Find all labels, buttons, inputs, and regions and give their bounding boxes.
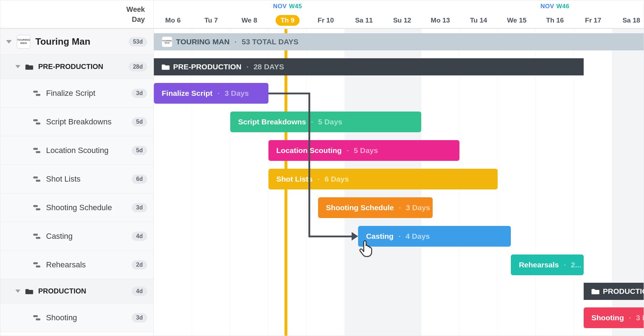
sidebar-project[interactable]: TOURINGMAN Touring Man 53d <box>0 29 154 55</box>
svg-rect-2 <box>33 119 38 121</box>
svg-rect-3 <box>36 122 40 124</box>
project-logo-icon: TOURINGMAN <box>17 35 30 49</box>
svg-rect-14 <box>33 315 38 317</box>
task-icon <box>33 262 41 268</box>
svg-rect-6 <box>33 176 38 178</box>
day-header[interactable]: Tu 7 <box>192 16 230 24</box>
timeline-header-labels: Week Day <box>0 0 154 28</box>
duration-badge: 3d <box>132 313 147 322</box>
duration-badge: 3d <box>132 203 147 212</box>
svg-rect-8 <box>33 205 38 207</box>
svg-rect-15 <box>36 318 40 320</box>
svg-rect-7 <box>36 179 40 181</box>
week-header: NOVW45 <box>154 3 421 10</box>
svg-rect-9 <box>36 208 40 210</box>
task-icon <box>33 233 41 239</box>
task-icon <box>33 204 41 211</box>
sidebar-task[interactable]: Casting 4d <box>0 222 154 251</box>
duration-badge: 53d <box>129 37 147 46</box>
task-bar[interactable]: Shooting Schedule · 3 Days <box>318 197 433 218</box>
task-bar[interactable]: Location Scouting · 5 Days <box>268 140 459 161</box>
timeline-header: Week Day NOVW45NOVW46 Mo 6Tu 7We 8Th 9Fr… <box>0 0 644 29</box>
project-summary-bar[interactable]: TOURINGMAN TOURING MAN · 53 TOTAL DAYS <box>154 33 644 50</box>
day-label: Day <box>132 14 145 24</box>
day-header[interactable]: Su 12 <box>383 16 421 24</box>
svg-rect-1 <box>36 94 40 95</box>
sidebar: TOURINGMAN Touring Man 53d PRE-PRODUCTIO… <box>0 29 154 336</box>
day-header[interactable]: Mo 6 <box>154 16 192 24</box>
svg-rect-13 <box>36 265 40 267</box>
sidebar-task[interactable]: Shooting Schedule 3d <box>0 193 154 222</box>
sidebar-task[interactable]: Script Breakdowns 5d <box>0 108 154 136</box>
task-bar[interactable]: Rehearsals · 2... <box>511 255 583 275</box>
task-icon <box>33 90 41 97</box>
day-header[interactable]: Th 9 <box>268 15 307 26</box>
duration-badge: 3d <box>132 89 147 98</box>
week-header: NOVW46 <box>421 3 644 10</box>
svg-rect-10 <box>33 233 38 235</box>
caret-down-icon[interactable] <box>15 290 20 293</box>
day-header[interactable]: We 15 <box>498 16 536 24</box>
task-icon <box>33 119 41 125</box>
day-header[interactable]: Th 16 <box>536 16 574 24</box>
duration-badge: 4d <box>132 287 147 296</box>
day-header[interactable]: Fr 10 <box>307 16 345 24</box>
sidebar-task[interactable]: Shot Lists 6d <box>0 165 154 193</box>
sidebar-phase[interactable]: PRODUCTION 4d <box>0 279 154 303</box>
svg-rect-4 <box>33 148 38 149</box>
timeline-header-grid: NOVW45NOVW46 Mo 6Tu 7We 8Th 9Fr 10Sa 11S… <box>154 0 644 28</box>
sidebar-phase[interactable]: PRE-PRODUCTION 28d <box>0 55 154 79</box>
task-icon <box>33 147 41 154</box>
task-bar[interactable]: Shooting · 3 Da... <box>584 307 644 328</box>
duration-badge: 5d <box>132 117 147 127</box>
sidebar-task[interactable]: Shooting 3d <box>0 303 154 332</box>
caret-down-icon[interactable] <box>15 65 20 68</box>
duration-badge: 4d <box>132 232 147 241</box>
svg-rect-11 <box>36 237 40 238</box>
svg-rect-12 <box>33 262 38 264</box>
task-bar[interactable]: Finalize Script · 3 Days <box>154 83 268 104</box>
folder-icon <box>592 287 599 295</box>
gantt-app: Week Day NOVW45NOVW46 Mo 6Tu 7We 8Th 9Fr… <box>0 0 644 336</box>
duration-badge: 6d <box>132 174 147 184</box>
task-bar[interactable]: Casting · 4 Days <box>358 226 511 247</box>
svg-rect-5 <box>36 151 40 153</box>
task-icon <box>33 176 41 182</box>
duration-badge: 28d <box>129 62 147 71</box>
task-bar[interactable]: Script Breakdowns · 5 Days <box>230 112 421 132</box>
svg-rect-0 <box>33 90 38 92</box>
phase-summary-bar[interactable]: PRODUCTION · 4 ... <box>584 283 644 300</box>
day-header[interactable]: Sa 18 <box>612 16 644 24</box>
project-logo-icon: TOURINGMAN <box>162 36 172 47</box>
week-label: Week <box>126 4 145 14</box>
duration-badge: 5d <box>132 146 147 155</box>
gantt-chart[interactable]: TOURINGMAN TOURING MAN · 53 TOTAL DAYS P… <box>154 29 644 336</box>
day-header[interactable]: We 8 <box>230 16 268 24</box>
task-bar[interactable]: Shot Lists · 6 Days <box>268 169 498 189</box>
day-header[interactable]: Mo 13 <box>421 16 459 24</box>
day-header[interactable]: Tu 14 <box>459 16 498 24</box>
sidebar-task[interactable]: Rehearsals 2d <box>0 251 154 279</box>
folder-icon <box>162 63 170 71</box>
caret-down-icon[interactable] <box>6 40 12 44</box>
sidebar-task[interactable]: Location Scouting 5d <box>0 136 154 165</box>
duration-badge: 2d <box>132 260 147 270</box>
task-icon <box>33 315 41 321</box>
day-header[interactable]: Fr 17 <box>574 16 612 24</box>
day-header[interactable]: Sa 11 <box>345 16 383 24</box>
sidebar-task[interactable]: Finalize Script 3d <box>0 79 154 108</box>
phase-summary-bar[interactable]: PRE-PRODUCTION · 28 DAYS <box>154 58 584 75</box>
folder-icon <box>25 64 33 70</box>
folder-icon <box>25 288 33 295</box>
